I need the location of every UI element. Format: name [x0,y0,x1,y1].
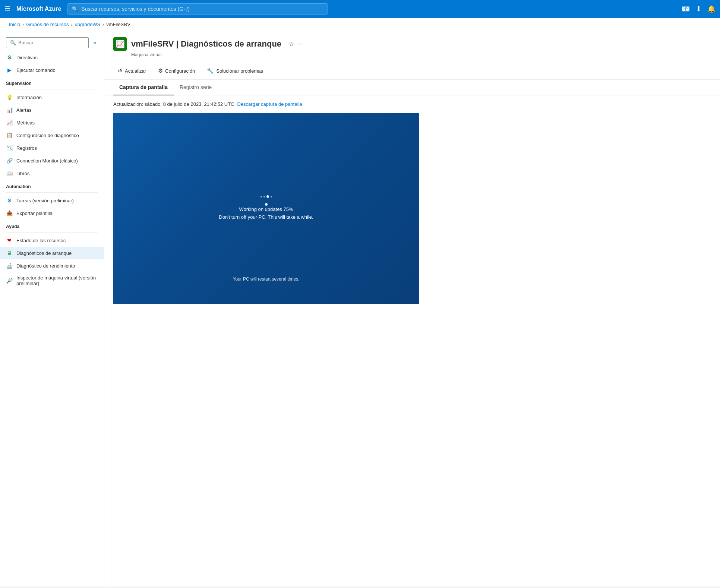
notifications-icon[interactable]: 📧 [682,5,690,13]
sidebar-item-registros[interactable]: 📉 Registros [0,142,104,154]
sidebar-item-tareas[interactable]: ⚙ Tareas (versión preliminar) [0,194,104,207]
search-icon: 🔍 [72,6,78,12]
dot-2 [263,196,265,197]
sidebar-label-directivas: Directivas [16,55,38,60]
section-ayuda: Ayuda [0,219,104,231]
solucionar-problemas-button[interactable]: 🔧 Solucionar problemas [202,65,268,76]
configuracion-button[interactable]: ⚙ Configuración [154,65,199,76]
vm-resource-icon: 📈 [113,37,127,51]
breadcrumb-inicio[interactable]: Inicio [9,22,20,27]
download-icon[interactable]: ⬇ [696,5,701,13]
page-header: 📈 vmFileSRV | Diagnósticos de arranque ☆… [104,31,720,62]
sidebar-label-alertas: Alertas [16,107,31,113]
sidebar-item-directivas[interactable]: ⚙ Directivas [0,51,104,64]
spinner-dots [260,195,272,198]
sidebar-item-estado-recursos[interactable]: ❤ Estado de los recursos [0,234,104,247]
ejecutar-comando-icon: ▶ [6,67,13,73]
sidebar-label-configuracion-diagnostico: Configuración de diagnóstico [16,133,79,138]
sidebar-item-diagnostico-rendimiento[interactable]: 🔬 Diagnóstico de rendimiento [0,259,104,272]
top-navigation: ☰ Microsoft Azure 🔍 📧 ⬇ 🔔 [0,0,720,18]
sidebar-item-ejecutar-comando[interactable]: ▶ Ejecutar comando [0,64,104,76]
tabs: Captura de pantalla Registro serie [104,80,720,95]
azure-logo-title: Microsoft Azure [16,6,61,12]
gear-icon: ⚙ [158,67,163,74]
main-layout: 🔍 « ⚙ Directivas ▶ Ejecutar comando Supe… [0,31,720,587]
sidebar: 🔍 « ⚙ Directivas ▶ Ejecutar comando Supe… [0,31,104,587]
screenshot-preview: Working on updates 75%Don't turn off you… [113,113,419,304]
sidebar-label-diagnosticos-arranque: Diagnósticos de arranque [16,250,72,256]
directivas-icon: ⚙ [6,54,13,61]
update-timestamp: Actualización: sábado, 8 de julio de 202… [113,101,234,107]
screenshot-inner: Working on updates 75%Don't turn off you… [113,113,419,304]
toolbar: ↺ Actualizar ⚙ Configuración 🔧 Soluciona… [104,62,720,80]
content-area: Actualización: sábado, 8 de julio de 202… [104,95,720,587]
sidebar-item-exportar-plantilla[interactable]: 📤 Exportar plantilla [0,207,104,219]
screenshot-restart-text: Your PC will restart several times. [113,276,419,282]
more-options-icon[interactable]: ··· [297,41,302,48]
breadcrumb-grupos[interactable]: Grupos de recursos [26,22,69,27]
hamburger-menu[interactable]: ☰ [4,5,10,13]
tareas-icon: ⚙ [6,197,13,204]
exportar-plantilla-icon: 📤 [6,210,13,216]
sidebar-item-libros[interactable]: 📖 Libros [0,167,104,180]
actualizar-button[interactable]: ↺ Actualizar [113,65,151,76]
sidebar-collapse-button[interactable]: « [92,38,98,48]
sidebar-search-icon: 🔍 [10,40,16,45]
sidebar-item-informacion[interactable]: 💡 Información [0,91,104,104]
sidebar-label-inspector-vm: Inspector de máquina virtual (versión pr… [16,275,98,286]
diagnostico-rendimiento-icon: 🔬 [6,262,13,269]
download-screenshot-link[interactable]: Descargar captura de pantalla [237,101,302,107]
breadcrumb: Inicio › Grupos de recursos › upgradeWS … [0,18,720,31]
sidebar-item-inspector-vm[interactable]: 🔎 Inspector de máquina virtual (versión … [0,272,104,289]
global-search-input[interactable] [81,6,323,12]
informacion-icon: 💡 [6,94,13,101]
spinner-container [260,195,272,206]
sidebar-label-exportar-plantilla: Exportar plantilla [16,211,53,216]
tab-registro-serie[interactable]: Registro serie [174,80,218,95]
global-search-box[interactable]: 🔍 [67,3,328,15]
tab-captura-pantalla[interactable]: Captura de pantalla [113,80,174,95]
sidebar-label-registros: Registros [16,145,37,151]
page-subtitle: Máquina virtual [131,52,711,57]
configuracion-diagnostico-icon: 📋 [6,132,13,139]
screenshot-working-text: Working on updates 75%Don't turn off you… [219,206,313,221]
sidebar-item-metricas[interactable]: 📈 Métricas [0,116,104,129]
registros-icon: 📉 [6,145,13,151]
estado-recursos-icon: ❤ [6,237,13,244]
sidebar-search-box[interactable]: 🔍 [6,37,89,48]
metricas-icon: 📈 [6,119,13,126]
refresh-icon: ↺ [118,67,123,74]
sidebar-item-connection-monitor[interactable]: 🔗 Connection Monitor (clásico) [0,154,104,167]
sidebar-label-diagnostico-rendimiento: Diagnóstico de rendimiento [16,263,75,269]
sidebar-label-ejecutar-comando: Ejecutar comando [16,67,56,73]
sidebar-label-metricas: Métricas [16,120,35,126]
page-title-row: 📈 vmFileSRV | Diagnósticos de arranque ☆… [113,37,711,51]
divider-supervision [6,89,98,89]
sidebar-item-alertas[interactable]: 📊 Alertas [0,104,104,116]
libros-icon: 📖 [6,170,13,177]
favorite-star-icon[interactable]: ☆ [289,41,294,48]
breadcrumb-upgradews[interactable]: upgradeWS [75,22,101,27]
diagnosticos-arranque-icon: 🖥 [6,250,13,256]
sidebar-header: 🔍 « [0,31,104,51]
inspector-vm-icon: 🔎 [6,277,13,284]
bell-icon[interactable]: 🔔 [707,5,716,13]
sidebar-label-tareas: Tareas (versión preliminar) [16,198,74,203]
dot-4 [271,196,272,197]
page-title-icons: ☆ ··· [289,41,302,48]
section-supervision: Supervisión [0,76,104,88]
divider-ayuda [6,232,98,233]
sidebar-label-informacion: Información [16,95,42,100]
update-info: Actualización: sábado, 8 de julio de 202… [113,101,711,107]
connection-monitor-icon: 🔗 [6,157,13,164]
divider-automation [6,192,98,193]
sidebar-item-configuracion-diagnostico[interactable]: 📋 Configuración de diagnóstico [0,129,104,142]
sidebar-item-diagnosticos-arranque[interactable]: 🖥 Diagnósticos de arranque [0,247,104,259]
sidebar-label-estado-recursos: Estado de los recursos [16,238,66,243]
page-title: vmFileSRV | Diagnósticos de arranque [131,39,281,49]
breadcrumb-vmfilesrv: vmFileSRV [106,22,130,27]
dot-center [265,203,268,206]
sidebar-search-input[interactable] [18,40,85,45]
dot-3 [266,195,269,198]
actualizar-label: Actualizar [125,68,146,74]
